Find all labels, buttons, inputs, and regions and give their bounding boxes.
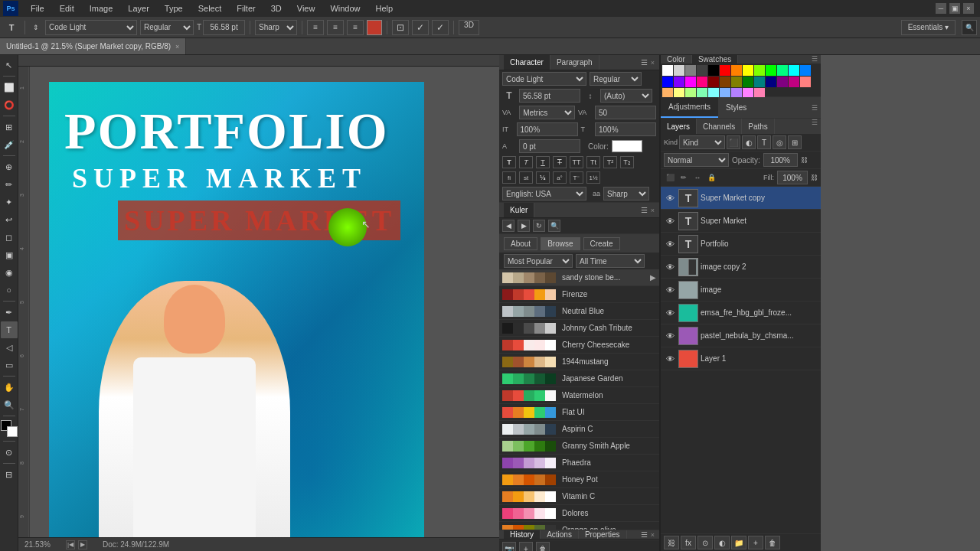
foreground-background-colors[interactable] — [1, 420, 18, 437]
kuler-item[interactable]: Cherry Cheesecake — [499, 337, 659, 354]
quick-mask-tool[interactable]: ⊙ — [1, 444, 18, 461]
adjustment-layer-btn[interactable]: ◐ — [742, 135, 756, 149]
healing-brush-tool[interactable]: ⊕ — [1, 158, 18, 175]
menu-image[interactable]: Image — [87, 2, 116, 15]
bold-btn[interactable]: T — [502, 156, 516, 168]
ordinal-btn[interactable]: a° — [553, 171, 567, 184]
opacity-chain-btn[interactable]: ⛓ — [801, 156, 808, 164]
menu-help[interactable]: Help — [373, 2, 397, 15]
color-swatch-cell[interactable] — [731, 77, 742, 87]
search-btn[interactable]: 🔍 — [962, 20, 977, 35]
styles-tab[interactable]: Styles — [718, 97, 754, 118]
subscript-btn[interactable]: T₂ — [620, 156, 634, 168]
antialiasing-select[interactable]: Sharp — [255, 20, 297, 35]
swatches-tab[interactable]: Swatches — [692, 55, 738, 64]
swash-btn[interactable]: T⁻ — [570, 171, 583, 184]
fill-chain-btn[interactable]: ⛓ — [811, 174, 818, 181]
restore-btn[interactable]: ▣ — [949, 3, 960, 14]
shape-layer-btn[interactable]: ◎ — [773, 135, 786, 149]
blur-tool[interactable]: ◉ — [1, 264, 18, 281]
adj-panel-menu-btn[interactable]: ☰ — [808, 104, 821, 112]
layer-item[interactable]: 👁pastel_nebula_by_chsma... — [661, 324, 821, 347]
selection-tool[interactable]: ⬜ — [1, 79, 18, 96]
menu-type[interactable]: Type — [162, 2, 186, 15]
lasso-tool[interactable]: ⭕ — [1, 96, 18, 113]
char-style-select[interactable]: Regular — [590, 72, 642, 86]
color-swatch-cell[interactable] — [743, 65, 753, 76]
layer-item[interactable]: 👁TPortfolio — [661, 233, 821, 256]
kuler-panel-close-btn[interactable]: × — [651, 207, 655, 214]
path-tool[interactable]: ◁ — [1, 339, 18, 356]
new-adj-layer-btn[interactable]: ◐ — [714, 536, 730, 549]
baseline-input[interactable] — [519, 139, 580, 153]
color-tab[interactable]: Color — [661, 55, 692, 64]
layer-visibility-btn[interactable]: 👁 — [664, 330, 676, 342]
frac-btn[interactable]: ⅓ — [536, 171, 550, 184]
smallcaps-btn[interactable]: Tt — [586, 156, 600, 168]
commit-changes-btn[interactable]: ✓ — [432, 20, 449, 35]
layer-visibility-btn[interactable]: 👁 — [664, 307, 676, 319]
color-swatch-cell[interactable] — [789, 77, 799, 87]
char-color-swatch[interactable] — [612, 140, 642, 152]
menu-filter[interactable]: Filter — [234, 2, 258, 15]
3d-btn[interactable]: 3D — [459, 20, 479, 35]
add-mask-btn[interactable]: ⊙ — [697, 536, 713, 549]
kuler-browse-tab[interactable]: Browse — [541, 237, 580, 250]
layer-visibility-btn[interactable]: 👁 — [664, 261, 676, 273]
color-swatch-cell[interactable] — [662, 77, 673, 87]
kuler-item[interactable]: sandy stone be...▶ — [499, 269, 659, 286]
color-swatch-cell[interactable] — [766, 77, 776, 87]
char-panel-close-btn[interactable]: × — [651, 59, 655, 67]
history-brush-tool[interactable]: ↩ — [1, 211, 18, 228]
char-panel-menu-btn[interactable]: ☰ — [641, 58, 648, 67]
play-btn[interactable]: ▶ — [78, 540, 87, 549]
kuler-next-btn[interactable]: ▶ — [518, 220, 530, 232]
pixel-layer-btn[interactable]: ⬛ — [727, 135, 740, 149]
color-swatch-cell[interactable] — [720, 77, 730, 87]
font-size-input[interactable] — [203, 20, 245, 35]
menu-view[interactable]: View — [294, 2, 318, 15]
dodge-tool[interactable]: ○ — [1, 282, 18, 298]
lock-all-btn[interactable]: 🔒 — [705, 171, 717, 184]
cs-panel-menu-btn[interactable]: ☰ — [808, 55, 821, 64]
channels-tab[interactable]: Channels — [697, 119, 742, 134]
layer-item[interactable]: 👁TSuper Market — [661, 210, 821, 233]
color-swatch-cell[interactable] — [708, 65, 719, 76]
history-panel-menu-btn[interactable]: ☰ — [641, 530, 648, 539]
color-swatch-cell[interactable] — [720, 65, 730, 76]
layer-item[interactable]: 👁image — [661, 279, 821, 302]
new-snapshot-btn[interactable]: 📷 — [502, 542, 516, 551]
layers-kind-select[interactable]: Kind — [679, 135, 725, 149]
allcaps-btn[interactable]: TT — [570, 156, 583, 168]
color-swatch-cell[interactable] — [731, 65, 742, 76]
color-swatch-cell[interactable] — [674, 77, 684, 87]
kuler-panel-menu-btn[interactable]: ☰ — [641, 206, 648, 214]
gradient-tool[interactable]: ▣ — [1, 246, 18, 263]
menu-layer[interactable]: Layer — [125, 2, 152, 15]
layer-visibility-btn[interactable]: 👁 — [664, 192, 676, 204]
layer-visibility-btn[interactable]: 👁 — [664, 238, 676, 250]
align-left-btn[interactable]: ≡ — [307, 20, 324, 35]
history-tab[interactable]: History — [504, 530, 541, 539]
menu-select[interactable]: Select — [195, 2, 225, 15]
italic-btn[interactable]: T — [519, 156, 533, 168]
properties-tab[interactable]: Properties — [579, 530, 627, 539]
layer-visibility-btn[interactable]: 👁 — [664, 353, 676, 365]
shape-tool[interactable]: ▭ — [1, 357, 18, 373]
crop-tool[interactable]: ⊞ — [1, 119, 18, 135]
color-swatch-cell[interactable] — [674, 65, 684, 76]
color-swatch-cell[interactable] — [789, 65, 799, 76]
color-swatch-cell[interactable] — [754, 77, 765, 87]
text-color-swatch[interactable] — [367, 20, 382, 35]
color-swatch-cell[interactable] — [743, 77, 753, 87]
brush-tool[interactable]: ✏ — [1, 176, 18, 193]
char-size-input[interactable] — [519, 89, 580, 103]
color-swatch-cell[interactable] — [708, 77, 719, 87]
language-select[interactable]: English: USA — [502, 187, 586, 201]
eyedropper-tool[interactable]: 💉 — [1, 136, 18, 153]
pen-tool[interactable]: ✒ — [1, 304, 18, 321]
blend-mode-select[interactable]: Normal — [664, 153, 729, 167]
color-swatch-cell[interactable] — [800, 77, 811, 87]
tracking-input[interactable] — [595, 106, 656, 119]
menu-window[interactable]: Window — [327, 2, 363, 15]
